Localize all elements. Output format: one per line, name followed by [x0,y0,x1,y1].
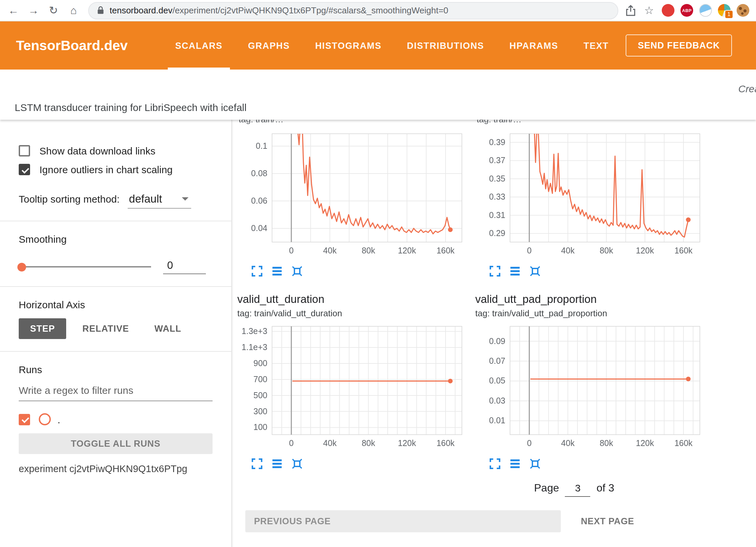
expand-chart-icon[interactable] [251,458,263,469]
tab-hparams[interactable]: HPARAMS [497,21,571,70]
show-download-links-row: Show data download links [19,145,213,156]
svg-text:80k: 80k [362,246,375,255]
scalar-chart[interactable]: 0.290.310.330.350.370.39040k80k120k160k [475,131,709,263]
experiment-id-label: experiment cj2vtPiwQHKN9Q1tx6PTpg [19,463,213,474]
divider [0,351,231,352]
data-lines-icon[interactable] [271,265,283,277]
run-name: . [57,414,60,425]
svg-text:0: 0 [527,438,532,448]
charts-main: tag: train/… 0.040.060.080.1040k80k120k1… [232,120,756,547]
adblock-extension-icon[interactable] [662,4,674,17]
charts-grid: tag: train/… 0.040.060.080.1040k80k120k1… [237,120,756,469]
scalar-chart[interactable]: 1003005007009001.1e+31.3e+3040k80k120k16… [237,324,471,456]
svg-text:0.1: 0.1 [256,141,267,150]
svg-text:100: 100 [253,422,267,432]
tab-distributions[interactable]: DISTRIBUTIONS [394,21,497,70]
smoothing-slider[interactable] [19,266,151,267]
tab-histograms[interactable]: HISTOGRAMS [302,21,394,70]
fit-domain-icon[interactable] [529,265,541,277]
show-download-links-label: Show data download links [39,145,155,156]
data-lines-icon[interactable] [271,458,283,469]
svg-text:160k: 160k [674,246,693,255]
blue-extension-icon[interactable] [699,4,712,17]
tab-graphs[interactable]: GRAPHS [235,21,302,70]
svg-text:160k: 160k [674,438,693,448]
fit-domain-icon[interactable] [291,458,303,469]
address-bar[interactable]: tensorboard.dev/experiment/cj2vtPiwQHKN9… [88,2,618,19]
clipped-chart-tag: tag: train/… [477,120,713,126]
chart-card: tag: train/… 0.290.310.330.350.370.39040… [475,120,713,277]
svg-text:0.29: 0.29 [489,228,505,238]
svg-text:120k: 120k [398,438,416,448]
fit-domain-icon[interactable] [291,265,303,277]
svg-text:0.07: 0.07 [489,356,505,365]
extension-badge: 1 [725,10,733,19]
url-text: tensorboard.dev/experiment/cj2vtPiwQHKN9… [110,5,448,15]
bookmark-star-icon[interactable]: ☆ [642,0,656,20]
next-page-button[interactable]: NEXT PAGE [577,516,638,527]
back-icon[interactable]: ← [5,0,21,20]
page-of-label: of 3 [597,482,614,494]
ignore-outliers-label: Ignore outliers in chart scaling [39,164,173,175]
svg-text:0.37: 0.37 [489,155,505,165]
browser-toolbar: ← → ↻ ⌂ tensorboard.dev/experiment/cj2vt… [0,0,756,21]
chart-actions [475,265,713,277]
cookie-extension-icon[interactable] [737,4,749,17]
svg-text:0.03: 0.03 [489,396,505,405]
axis-step-button[interactable]: STEP [19,318,67,339]
data-lines-icon[interactable] [509,458,521,469]
page-input[interactable] [565,481,591,497]
toggle-all-runs-button[interactable]: TOGGLE ALL RUNS [19,433,213,454]
scalar-chart[interactable]: 0.010.030.050.070.09040k80k120k160k [475,324,709,456]
forward-icon[interactable]: → [25,0,41,20]
lock-icon [97,6,104,15]
page-label: Page [534,482,559,494]
expand-chart-icon[interactable] [489,265,501,277]
svg-text:120k: 120k [636,246,654,255]
abp-extension-icon[interactable]: ABP [680,4,693,17]
chart-actions [237,458,475,469]
app-header: TensorBoard.dev SCALARS GRAPHS HISTOGRAM… [0,21,756,70]
svg-text:0.09: 0.09 [489,336,505,346]
svg-text:40k: 40k [323,246,337,255]
run-color-swatch [39,413,51,425]
svg-text:500: 500 [253,391,267,400]
home-icon[interactable]: ⌂ [66,0,82,20]
horizontal-axis-label: Horizontal Axis [19,299,213,310]
ignore-outliers-row: Ignore outliers in chart scaling [19,164,213,175]
reload-icon[interactable]: ↻ [45,0,61,20]
svg-text:0.01: 0.01 [489,416,505,425]
show-download-links-checkbox[interactable] [19,145,30,156]
tooltip-sorting-select[interactable]: default [128,193,192,209]
clipped-chart-tag: tag: train/… [239,120,475,126]
tab-text[interactable]: TEXT [571,21,621,70]
chart-tag: tag: train/valid_utt_pad_proportion [475,308,713,318]
axis-wall-button[interactable]: WALL [145,318,191,339]
svg-text:120k: 120k [398,246,416,255]
share-icon[interactable] [625,4,636,16]
run-checkbox[interactable] [19,414,30,425]
svg-text:0.05: 0.05 [489,376,505,385]
expand-chart-icon[interactable] [251,265,263,277]
previous-page-button[interactable]: PREVIOUS PAGE [245,510,561,532]
fit-domain-icon[interactable] [529,458,541,469]
svg-text:0: 0 [527,246,532,255]
experiment-subheader: Crea LSTM transducer training for LibriS… [0,70,756,120]
tab-scalars[interactable]: SCALARS [162,21,235,70]
chart-card: valid_utt_pad_proportion tag: train/vali… [475,284,713,469]
chevron-down-icon [182,197,189,201]
expand-chart-icon[interactable] [489,458,501,469]
app-logo: TensorBoard.dev [16,37,128,53]
svg-text:80k: 80k [600,438,613,448]
smoothing-slider-thumb[interactable] [17,262,26,271]
smoothing-value-input[interactable] [163,259,206,274]
tooltip-sorting-value: default [129,193,162,205]
profile-pie-icon[interactable]: 1 [718,4,731,17]
send-feedback-button[interactable]: SEND FEEDBACK [626,34,732,57]
axis-relative-button[interactable]: RELATIVE [73,318,139,339]
svg-text:0: 0 [289,438,294,448]
runs-filter-input[interactable] [19,385,213,401]
scalar-chart[interactable]: 0.040.060.080.1040k80k120k160k [237,131,471,263]
data-lines-icon[interactable] [509,265,521,277]
ignore-outliers-checkbox[interactable] [19,164,30,175]
